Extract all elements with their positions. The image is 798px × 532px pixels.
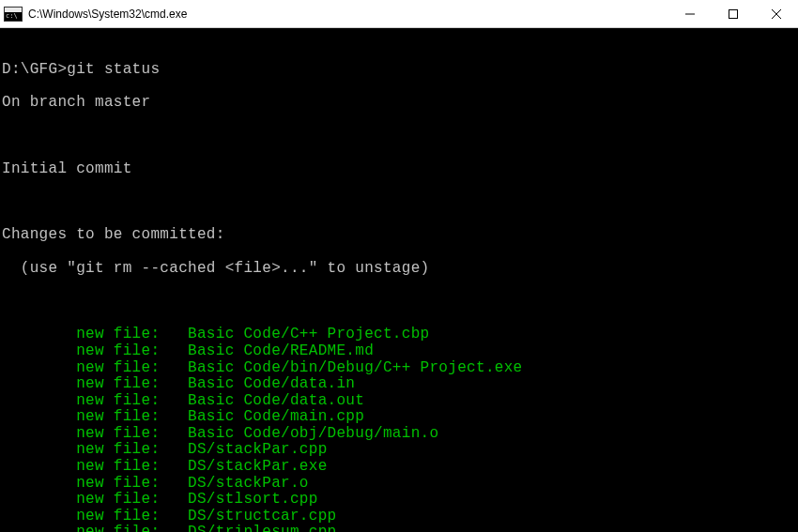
file-row: new file: Basic Code/data.out <box>2 393 798 410</box>
titlebar-left: C:\Windows\System32\cmd.exe <box>0 7 187 22</box>
blank-line <box>2 194 798 211</box>
file-row: new file: Basic Code/README.md <box>2 343 798 360</box>
window-title: C:\Windows\System32\cmd.exe <box>28 8 187 21</box>
file-row: new file: Basic Code/C++ Project.cbp <box>2 327 798 343</box>
window-titlebar: C:\Windows\System32\cmd.exe <box>0 0 798 28</box>
close-button[interactable] <box>755 0 798 27</box>
maximize-icon <box>729 9 738 19</box>
file-row: new file: DS/structcar.cpp <box>2 509 798 525</box>
file-row: new file: DS/stackPar.exe <box>2 459 798 476</box>
unstage-hint: (use "git rm --cached <file>..." to unst… <box>2 261 798 278</box>
command-line: D:\GFG>git status <box>2 62 798 79</box>
file-list: new file: Basic Code/C++ Project.cbp new… <box>2 327 798 532</box>
cmd-icon <box>4 7 23 22</box>
file-row: new file: Basic Code/obj/Debug/main.o <box>2 426 798 443</box>
close-icon <box>772 9 781 19</box>
window-controls <box>668 0 798 27</box>
file-row: new file: DS/stlsort.cpp <box>2 492 798 509</box>
prompt: D:\GFG> <box>2 61 67 78</box>
svg-rect-1 <box>729 9 738 18</box>
file-row: new file: Basic Code/bin/Debug/C++ Proje… <box>2 360 798 377</box>
blank-line <box>2 128 798 144</box>
command: git status <box>67 61 160 78</box>
file-row: new file: DS/triplesum.cpp <box>2 524 798 532</box>
initial-commit-line: Initial commit <box>2 161 798 178</box>
branch-line: On branch master <box>2 95 798 112</box>
file-row: new file: DS/stackPar.o <box>2 476 798 493</box>
terminal-content[interactable]: D:\GFG>git status On branch master Initi… <box>0 28 798 532</box>
file-row: new file: Basic Code/data.in <box>2 376 798 393</box>
file-row: new file: Basic Code/main.cpp <box>2 409 798 426</box>
minimize-icon <box>685 9 695 19</box>
file-row: new file: DS/stackPar.cpp <box>2 442 798 459</box>
maximize-button[interactable] <box>712 0 755 27</box>
blank-line <box>2 294 798 311</box>
minimize-button[interactable] <box>668 0 712 27</box>
changes-header: Changes to be committed: <box>2 227 798 244</box>
